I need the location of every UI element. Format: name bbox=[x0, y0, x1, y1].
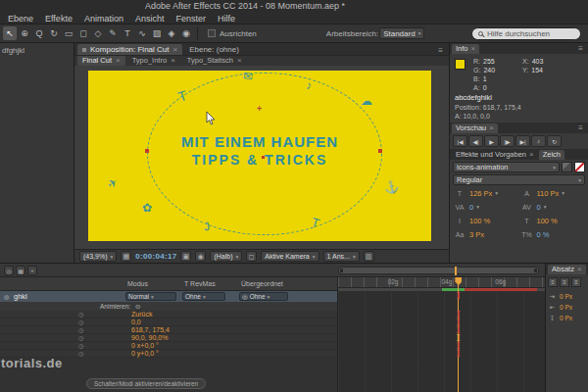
property-value[interactable]: 90,0, 90,0% bbox=[131, 334, 168, 342]
menu-effekte[interactable]: Effekte bbox=[45, 14, 73, 24]
layer-name[interactable]: ghkl bbox=[14, 292, 27, 301]
close-icon[interactable]: × bbox=[577, 265, 582, 274]
motion-blur-icon[interactable]: ◎ bbox=[4, 266, 14, 275]
font-size-field[interactable]: T 126 Px ▾ bbox=[453, 187, 518, 199]
pixel-aspect-icon[interactable]: ▥ bbox=[364, 251, 374, 262]
time-navigator[interactable] bbox=[338, 267, 539, 274]
first-frame-button[interactable]: |◀ bbox=[453, 135, 467, 147]
comp-tab-final-cut[interactable]: Final Cut × bbox=[77, 56, 125, 66]
column-trkmat[interactable]: T RevMas bbox=[184, 280, 216, 287]
tab-info[interactable]: Info × bbox=[452, 44, 479, 54]
fill-color-none-swatch[interactable] bbox=[574, 162, 585, 172]
audio-toggle-button[interactable]: ♪ bbox=[531, 135, 546, 147]
menu-fenster[interactable]: Fenster bbox=[175, 14, 206, 24]
view-layout-dropdown[interactable]: 1 Ans... ▾ bbox=[323, 251, 360, 262]
comp-tab-typo-statisch[interactable]: Typo_Statisch × bbox=[182, 56, 247, 66]
mask-tool-icon[interactable]: ◇ bbox=[91, 26, 105, 40]
zoom-dropdown[interactable]: (43,9%) ▾ bbox=[79, 251, 117, 262]
puppet-tool-icon[interactable]: ◉ bbox=[179, 26, 193, 40]
stopwatch-icon[interactable]: ◷ bbox=[78, 343, 83, 349]
eraser-tool-icon[interactable]: ◈ bbox=[165, 26, 178, 40]
toggle-switches-modes-button[interactable]: Schalter/Modi aktivieren/deaktivieren bbox=[86, 378, 206, 389]
previous-frame-button[interactable]: ◀| bbox=[468, 135, 483, 147]
trkmat-dropdown[interactable]: Ohne ▾ bbox=[182, 292, 225, 301]
close-icon[interactable]: × bbox=[237, 56, 242, 66]
anchor-point-handle[interactable] bbox=[262, 156, 265, 159]
align-center-icon[interactable]: ≡ bbox=[560, 277, 569, 287]
tab-absatz[interactable]: Absatz × bbox=[548, 265, 586, 274]
menu-ebene[interactable]: Ebene bbox=[8, 14, 33, 24]
workspace-dropdown[interactable]: Standard ▾ bbox=[379, 27, 424, 39]
property-value[interactable]: 0 y+0,0 ° bbox=[131, 350, 159, 358]
channel-icon[interactable]: ◉ bbox=[195, 251, 206, 262]
layer-row-selected[interactable]: ◎ ghkl Normal ▾ Ohne ▾ ◎ Ohne ▾ bbox=[0, 291, 337, 302]
property-value[interactable]: 0 x+0,0 ° bbox=[131, 342, 159, 350]
indent-right-field[interactable]: ⇤ 0 Px bbox=[548, 302, 586, 313]
kerning-field[interactable]: VA 0 ▾ bbox=[453, 201, 518, 213]
stopwatch-icon[interactable]: ◷ bbox=[78, 319, 83, 325]
column-mode[interactable]: Modus bbox=[127, 280, 148, 287]
eyedropper-icon[interactable] bbox=[562, 162, 572, 172]
tab-effekte-und-vorgaben[interactable]: Effekte und Vorgaben × bbox=[452, 150, 538, 160]
zoom-tool-icon[interactable]: Q bbox=[32, 26, 46, 40]
navigator-start-handle[interactable] bbox=[340, 269, 343, 272]
navigator-playhead[interactable] bbox=[455, 267, 457, 275]
tracking-field[interactable]: AV 0 ▾ bbox=[520, 201, 586, 213]
align-left-icon[interactable]: ≡ bbox=[548, 277, 558, 287]
close-icon[interactable]: × bbox=[489, 123, 494, 133]
rotate-tool-icon[interactable]: ↻ bbox=[47, 26, 61, 40]
navigator-end-handle[interactable] bbox=[534, 269, 537, 272]
camera-dropdown[interactable]: Aktive Kamera ▾ bbox=[261, 251, 318, 262]
tab-komposition-final-cut[interactable]: Komposition: Final Cut × bbox=[77, 44, 182, 55]
menu-animation[interactable]: Animation bbox=[84, 14, 123, 24]
property-row[interactable]: ◷ 0,0 bbox=[0, 318, 337, 326]
tsume-field[interactable]: T% 0 % bbox=[520, 228, 586, 240]
tab-zeichen[interactable]: Zeich bbox=[539, 150, 564, 160]
property-value[interactable]: Zurück bbox=[131, 311, 152, 318]
comp-tab-typo-intro[interactable]: Typo_Intro × bbox=[127, 56, 180, 66]
graph-editor-icon[interactable]: ▦ bbox=[16, 266, 25, 275]
property-row[interactable]: ◷ 618,7, 175,4 bbox=[0, 326, 337, 334]
indent-left-field[interactable]: ⇥ 0 Px bbox=[548, 291, 586, 302]
keyframe-icon[interactable]: I bbox=[456, 292, 460, 300]
stopwatch-icon[interactable]: ◷ bbox=[78, 312, 83, 318]
space-before-field[interactable]: ↧ 0 Px bbox=[548, 313, 586, 323]
panel-menu-icon[interactable]: ≡ bbox=[435, 46, 446, 55]
property-value[interactable]: 0,0 bbox=[131, 318, 141, 326]
panel-menu-icon[interactable]: ≡ bbox=[575, 44, 586, 53]
stopwatch-icon[interactable]: ◷ bbox=[78, 351, 83, 357]
add-icon[interactable]: + bbox=[27, 266, 37, 275]
align-right-icon[interactable]: ≡ bbox=[571, 277, 581, 287]
hand-tool-icon[interactable]: ⊕ bbox=[18, 26, 31, 40]
selection-handle-left[interactable] bbox=[145, 149, 149, 153]
stopwatch-icon[interactable]: ◷ bbox=[78, 327, 83, 333]
close-icon[interactable]: × bbox=[116, 56, 121, 66]
loop-button[interactable]: ↻ bbox=[547, 135, 562, 147]
blend-mode-dropdown[interactable]: Normal ▾ bbox=[125, 292, 176, 301]
font-style-dropdown[interactable]: Regular ▾ bbox=[453, 174, 585, 185]
play-button[interactable]: ▶ bbox=[484, 135, 499, 147]
current-timecode[interactable]: 0:00:04:17 bbox=[135, 252, 176, 261]
snapshot-icon[interactable]: ▣ bbox=[180, 251, 191, 262]
time-ruler[interactable]: 02g 04g 06g bbox=[338, 277, 545, 288]
baseline-shift-field[interactable]: Aa 3 Px bbox=[453, 228, 518, 240]
next-frame-button[interactable]: |▶ bbox=[500, 135, 514, 147]
snap-checkbox[interactable] bbox=[208, 29, 216, 37]
text-tool-icon[interactable]: T bbox=[121, 26, 134, 40]
property-value[interactable]: 618,7, 175,4 bbox=[131, 326, 170, 334]
close-icon[interactable]: × bbox=[172, 44, 177, 55]
timeline-track-area[interactable]: 02g 04g 06g I I I I I I I bbox=[338, 277, 545, 392]
pen-tool-icon[interactable]: ✎ bbox=[106, 26, 120, 40]
animate-add-icon[interactable]: ⊙ bbox=[135, 303, 140, 311]
composition-canvas[interactable]: T ✉ ♪ ☁ ⚓ ✈ T J ✿ MIT EINEM HAUFEN TIPPS… bbox=[88, 71, 431, 241]
leading-field[interactable]: A 110 Px ▾ bbox=[520, 187, 586, 199]
resolution-dropdown[interactable]: (Halb) ▾ bbox=[210, 251, 242, 262]
close-icon[interactable]: × bbox=[471, 44, 476, 54]
clone-stamp-tool-icon[interactable]: ▨ bbox=[150, 26, 164, 40]
tab-ebene-ohne[interactable]: Ebene: (ohne) bbox=[184, 44, 244, 55]
grid-guides-icon[interactable]: ▦ bbox=[121, 251, 131, 262]
menu-ansicht[interactable]: Ansicht bbox=[135, 14, 165, 24]
composition-viewer[interactable]: T ✉ ♪ ☁ ⚓ ✈ T J ✿ MIT EINEM HAUFEN TIPPS… bbox=[74, 66, 449, 249]
menu-hilfe[interactable]: Hilfe bbox=[218, 14, 235, 24]
help-search-input[interactable]: Hilfe durchsuchen bbox=[471, 27, 581, 40]
